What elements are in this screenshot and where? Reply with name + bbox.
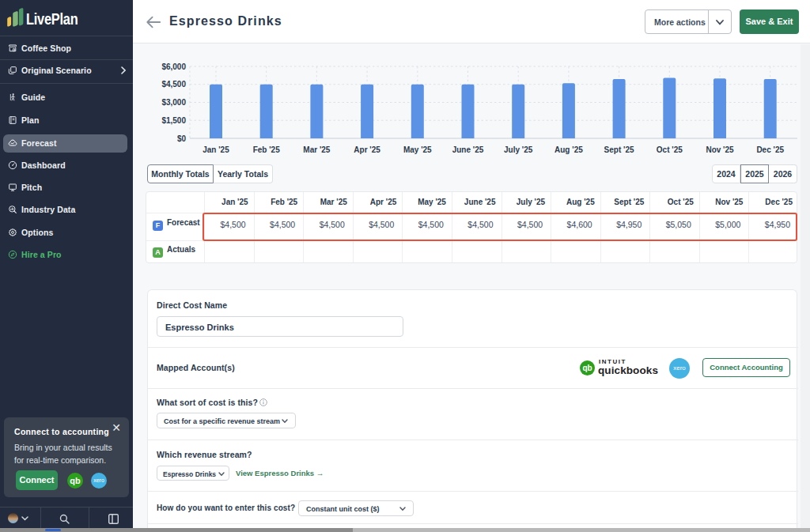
svg-text:June '25: June '25 <box>452 145 484 154</box>
svg-text:$0: $0 <box>177 134 187 143</box>
svg-text:Oct '25: Oct '25 <box>657 145 683 154</box>
svg-text:July '25: July '25 <box>504 145 533 154</box>
svg-text:May '25: May '25 <box>403 145 432 154</box>
svg-text:Feb '25: Feb '25 <box>253 145 280 154</box>
svg-text:Sept '25: Sept '25 <box>604 145 634 154</box>
svg-text:Nov '25: Nov '25 <box>706 145 734 154</box>
svg-text:$1,500: $1,500 <box>161 116 186 125</box>
svg-text:Dec '25: Dec '25 <box>756 145 784 154</box>
svg-text:$6,000: $6,000 <box>161 62 186 71</box>
svg-text:$3,000: $3,000 <box>161 98 186 107</box>
svg-text:Aug '25: Aug '25 <box>555 145 583 154</box>
svg-text:Mar '25: Mar '25 <box>303 145 331 154</box>
svg-text:Jan '25: Jan '25 <box>202 145 229 154</box>
svg-text:Apr '25: Apr '25 <box>354 145 380 154</box>
svg-text:$4,500: $4,500 <box>161 80 186 89</box>
